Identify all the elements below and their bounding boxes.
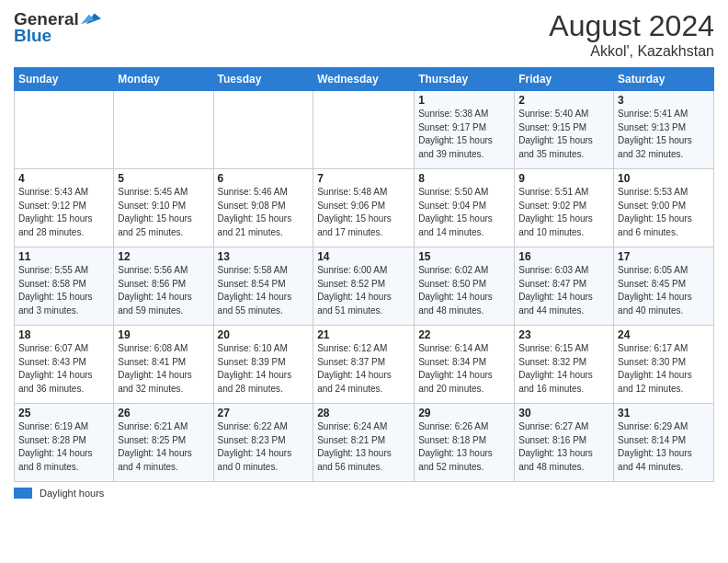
calendar-cell: 11Sunrise: 5:55 AM Sunset: 8:58 PM Dayli… bbox=[15, 247, 114, 326]
calendar-cell: 26Sunrise: 6:21 AM Sunset: 8:25 PM Dayli… bbox=[114, 404, 213, 482]
calendar-cell: 27Sunrise: 6:22 AM Sunset: 8:23 PM Dayli… bbox=[213, 404, 313, 482]
day-number: 29 bbox=[418, 407, 510, 419]
day-info: Sunrise: 6:03 AM Sunset: 8:47 PM Dayligh… bbox=[518, 264, 609, 317]
day-info: Sunrise: 6:14 AM Sunset: 8:34 PM Dayligh… bbox=[418, 342, 510, 396]
calendar-cell: 9Sunrise: 5:51 AM Sunset: 9:02 PM Daylig… bbox=[515, 169, 614, 247]
header: General Blue August 2024 Akkol', Kazakhs… bbox=[14, 9, 714, 60]
day-number: 23 bbox=[518, 328, 609, 341]
day-number: 22 bbox=[418, 328, 510, 341]
day-number: 16 bbox=[518, 250, 609, 263]
calendar-cell: 4Sunrise: 5:43 AM Sunset: 9:12 PM Daylig… bbox=[15, 169, 114, 247]
weekday-header-saturday: Saturday bbox=[614, 68, 714, 91]
logo-text-block: General Blue bbox=[14, 9, 101, 46]
day-number: 31 bbox=[618, 407, 710, 419]
day-number: 13 bbox=[218, 250, 310, 263]
day-number: 2 bbox=[518, 94, 609, 107]
day-number: 19 bbox=[118, 328, 209, 341]
calendar-cell: 12Sunrise: 5:56 AM Sunset: 8:56 PM Dayli… bbox=[114, 247, 213, 326]
day-number: 1 bbox=[418, 94, 510, 107]
day-number: 28 bbox=[317, 407, 410, 419]
day-info: Sunrise: 5:56 AM Sunset: 8:56 PM Dayligh… bbox=[118, 264, 209, 317]
calendar-cell: 25Sunrise: 6:19 AM Sunset: 8:28 PM Dayli… bbox=[15, 404, 114, 482]
calendar-cell: 30Sunrise: 6:27 AM Sunset: 8:16 PM Dayli… bbox=[515, 404, 614, 482]
calendar-cell: 29Sunrise: 6:26 AM Sunset: 8:18 PM Dayli… bbox=[415, 404, 515, 482]
day-info: Sunrise: 5:43 AM Sunset: 9:12 PM Dayligh… bbox=[18, 186, 109, 239]
day-info: Sunrise: 6:15 AM Sunset: 8:32 PM Dayligh… bbox=[518, 342, 609, 396]
day-info: Sunrise: 6:08 AM Sunset: 8:41 PM Dayligh… bbox=[118, 342, 209, 396]
calendar-cell: 2Sunrise: 5:40 AM Sunset: 9:15 PM Daylig… bbox=[515, 91, 614, 169]
week-row-1: 1Sunrise: 5:38 AM Sunset: 9:17 PM Daylig… bbox=[15, 91, 714, 169]
day-number: 3 bbox=[618, 94, 710, 107]
day-info: Sunrise: 6:21 AM Sunset: 8:25 PM Dayligh… bbox=[118, 420, 209, 474]
day-number: 10 bbox=[618, 172, 710, 185]
day-number: 15 bbox=[418, 250, 510, 263]
day-info: Sunrise: 6:10 AM Sunset: 8:39 PM Dayligh… bbox=[218, 342, 310, 396]
day-info: Sunrise: 5:51 AM Sunset: 9:02 PM Dayligh… bbox=[518, 186, 609, 239]
calendar-cell: 19Sunrise: 6:08 AM Sunset: 8:41 PM Dayli… bbox=[114, 326, 213, 404]
weekday-header-wednesday: Wednesday bbox=[313, 68, 415, 91]
calendar-cell: 5Sunrise: 5:45 AM Sunset: 9:10 PM Daylig… bbox=[114, 169, 213, 247]
day-number: 11 bbox=[18, 250, 109, 263]
week-row-3: 11Sunrise: 5:55 AM Sunset: 8:58 PM Dayli… bbox=[15, 247, 714, 326]
day-info: Sunrise: 5:58 AM Sunset: 8:54 PM Dayligh… bbox=[218, 264, 310, 317]
day-info: Sunrise: 5:50 AM Sunset: 9:04 PM Dayligh… bbox=[418, 186, 510, 239]
day-number: 17 bbox=[618, 250, 710, 263]
calendar-cell: 6Sunrise: 5:46 AM Sunset: 9:08 PM Daylig… bbox=[213, 169, 313, 247]
footer-legend: Daylight hours bbox=[14, 488, 714, 499]
day-number: 12 bbox=[118, 250, 209, 263]
day-info: Sunrise: 5:41 AM Sunset: 9:13 PM Dayligh… bbox=[618, 108, 710, 161]
day-info: Sunrise: 6:00 AM Sunset: 8:52 PM Dayligh… bbox=[317, 264, 410, 317]
day-number: 25 bbox=[18, 407, 109, 419]
day-number: 30 bbox=[518, 407, 609, 419]
day-number: 14 bbox=[317, 250, 410, 263]
calendar-cell: 14Sunrise: 6:00 AM Sunset: 8:52 PM Dayli… bbox=[313, 247, 415, 326]
calendar-cell: 22Sunrise: 6:14 AM Sunset: 8:34 PM Dayli… bbox=[415, 326, 515, 404]
calendar-cell bbox=[313, 91, 415, 169]
calendar-page: General Blue August 2024 Akkol', Kazakhs… bbox=[0, 0, 728, 563]
calendar-cell: 1Sunrise: 5:38 AM Sunset: 9:17 PM Daylig… bbox=[415, 91, 515, 169]
logo-icon bbox=[81, 9, 101, 29]
day-info: Sunrise: 5:38 AM Sunset: 9:17 PM Dayligh… bbox=[418, 108, 510, 161]
calendar-cell: 16Sunrise: 6:03 AM Sunset: 8:47 PM Dayli… bbox=[515, 247, 614, 326]
day-info: Sunrise: 5:53 AM Sunset: 9:00 PM Dayligh… bbox=[618, 186, 710, 239]
day-info: Sunrise: 6:05 AM Sunset: 8:45 PM Dayligh… bbox=[618, 264, 710, 317]
location: Akkol', Kazakhstan bbox=[549, 43, 714, 60]
day-info: Sunrise: 5:45 AM Sunset: 9:10 PM Dayligh… bbox=[118, 186, 209, 239]
day-number: 8 bbox=[418, 172, 510, 185]
day-info: Sunrise: 5:55 AM Sunset: 8:58 PM Dayligh… bbox=[18, 264, 109, 317]
day-info: Sunrise: 6:02 AM Sunset: 8:50 PM Dayligh… bbox=[418, 264, 510, 317]
calendar-cell: 24Sunrise: 6:17 AM Sunset: 8:30 PM Dayli… bbox=[614, 326, 714, 404]
day-number: 9 bbox=[518, 172, 609, 185]
calendar-cell: 10Sunrise: 5:53 AM Sunset: 9:00 PM Dayli… bbox=[614, 169, 714, 247]
calendar-cell: 7Sunrise: 5:48 AM Sunset: 9:06 PM Daylig… bbox=[313, 169, 415, 247]
day-info: Sunrise: 6:19 AM Sunset: 8:28 PM Dayligh… bbox=[18, 420, 109, 474]
calendar-cell bbox=[15, 91, 114, 169]
day-info: Sunrise: 6:17 AM Sunset: 8:30 PM Dayligh… bbox=[618, 342, 710, 396]
day-number: 7 bbox=[317, 172, 410, 185]
day-info: Sunrise: 6:24 AM Sunset: 8:21 PM Dayligh… bbox=[317, 420, 410, 474]
day-number: 20 bbox=[218, 328, 310, 341]
calendar-cell: 8Sunrise: 5:50 AM Sunset: 9:04 PM Daylig… bbox=[415, 169, 515, 247]
calendar-cell: 13Sunrise: 5:58 AM Sunset: 8:54 PM Dayli… bbox=[213, 247, 313, 326]
calendar-cell: 15Sunrise: 6:02 AM Sunset: 8:50 PM Dayli… bbox=[415, 247, 515, 326]
day-number: 26 bbox=[118, 407, 209, 419]
calendar-table: SundayMondayTuesdayWednesdayThursdayFrid… bbox=[14, 67, 714, 482]
weekday-header-row: SundayMondayTuesdayWednesdayThursdayFrid… bbox=[15, 68, 714, 91]
calendar-cell: 20Sunrise: 6:10 AM Sunset: 8:39 PM Dayli… bbox=[213, 326, 313, 404]
calendar-cell: 17Sunrise: 6:05 AM Sunset: 8:45 PM Dayli… bbox=[614, 247, 714, 326]
legend-bar bbox=[14, 488, 32, 499]
logo: General Blue bbox=[14, 9, 101, 46]
weekday-header-sunday: Sunday bbox=[15, 68, 114, 91]
weekday-header-thursday: Thursday bbox=[415, 68, 515, 91]
week-row-4: 18Sunrise: 6:07 AM Sunset: 8:43 PM Dayli… bbox=[15, 326, 714, 404]
calendar-cell: 3Sunrise: 5:41 AM Sunset: 9:13 PM Daylig… bbox=[614, 91, 714, 169]
day-info: Sunrise: 6:27 AM Sunset: 8:16 PM Dayligh… bbox=[518, 420, 609, 474]
calendar-cell: 23Sunrise: 6:15 AM Sunset: 8:32 PM Dayli… bbox=[515, 326, 614, 404]
month-year: August 2024 bbox=[549, 9, 714, 43]
calendar-cell bbox=[213, 91, 313, 169]
weekday-header-monday: Monday bbox=[114, 68, 213, 91]
day-info: Sunrise: 6:26 AM Sunset: 8:18 PM Dayligh… bbox=[418, 420, 510, 474]
day-number: 5 bbox=[118, 172, 209, 185]
day-info: Sunrise: 6:07 AM Sunset: 8:43 PM Dayligh… bbox=[18, 342, 109, 396]
calendar-cell: 18Sunrise: 6:07 AM Sunset: 8:43 PM Dayli… bbox=[15, 326, 114, 404]
